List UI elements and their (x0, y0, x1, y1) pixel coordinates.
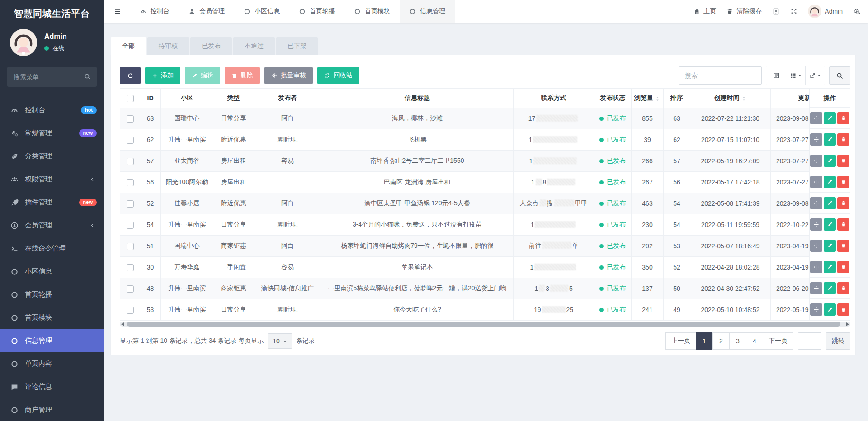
row-checkbox[interactable] (127, 137, 134, 144)
move-row-button[interactable] (810, 261, 822, 273)
delete-row-button[interactable] (837, 133, 849, 146)
move-row-button[interactable] (810, 176, 822, 188)
select-all-checkbox[interactable] (127, 95, 134, 102)
sidebar-item-11[interactable]: 单页内容 (0, 352, 104, 375)
delete-row-button[interactable] (837, 282, 849, 294)
edit-row-button[interactable] (824, 133, 836, 146)
sidebar-item-9[interactable]: 首页模块 (0, 306, 104, 329)
row-checkbox[interactable] (127, 200, 134, 208)
filter-tab-0[interactable]: 全部 (111, 37, 146, 55)
edit-row-button[interactable] (824, 197, 836, 209)
col-sort[interactable]: 排序 (664, 89, 690, 108)
move-row-button[interactable] (810, 218, 822, 231)
col-type[interactable]: 类型 (213, 89, 254, 108)
row-checkbox[interactable] (127, 243, 134, 250)
fullscreen-icon[interactable] (790, 8, 797, 15)
navbar-tab-2[interactable]: 小区信息 (234, 0, 289, 23)
next-page-button[interactable]: 下一页 (763, 332, 793, 350)
edit-row-button[interactable] (824, 303, 836, 316)
col-title[interactable]: 信息标题 (321, 89, 514, 108)
move-row-button[interactable] (810, 303, 822, 316)
batch-audit-button[interactable]: 批量审核 (264, 67, 313, 84)
navbar-tab-4[interactable]: 首页模块 (344, 0, 400, 23)
scroll-left-arrow-icon[interactable] (121, 322, 124, 326)
row-checkbox[interactable] (127, 307, 134, 314)
page-size-select[interactable]: 10 (268, 333, 292, 349)
edit-row-button[interactable] (824, 282, 836, 294)
page-button-2[interactable]: 2 (712, 332, 730, 350)
edit-row-button[interactable] (824, 176, 836, 188)
col-contact[interactable]: 联系方式 (514, 89, 594, 108)
col-id[interactable]: ID (140, 89, 161, 108)
sidebar-item-8[interactable]: 首页轮播 (0, 283, 104, 306)
card-view-icon[interactable] (766, 66, 786, 85)
delete-row-button[interactable] (837, 197, 849, 209)
move-row-button[interactable] (810, 240, 822, 252)
log-icon[interactable] (772, 8, 780, 15)
delete-row-button[interactable] (837, 218, 849, 231)
navbar-tab-1[interactable]: 会员管理 (179, 0, 234, 23)
sidebar-item-3[interactable]: 权限管理 (0, 168, 104, 191)
delete-row-button[interactable] (837, 261, 849, 273)
search-button[interactable] (829, 66, 850, 85)
edit-button[interactable]: 编辑 (185, 67, 220, 84)
page-button-1[interactable]: 1 (696, 332, 713, 350)
sidebar-item-1[interactable]: 常规管理new (0, 122, 104, 145)
row-checkbox[interactable] (127, 285, 134, 293)
sidebar-item-0[interactable]: 控制台hot (0, 99, 104, 122)
row-checkbox[interactable] (127, 264, 134, 271)
sidebar-item-7[interactable]: 小区信息 (0, 260, 104, 283)
delete-row-button[interactable] (837, 240, 849, 252)
page-jump-input[interactable] (798, 332, 821, 350)
sort-icon[interactable] (655, 96, 660, 102)
col-views[interactable]: 浏览量 (632, 89, 664, 108)
page-jump-button[interactable]: 跳转 (826, 332, 850, 350)
move-row-button[interactable] (810, 133, 822, 146)
navbar-tab-3[interactable]: 首页轮播 (289, 0, 344, 23)
table-search-input[interactable] (679, 66, 762, 85)
navbar-user[interactable]: Admin (808, 5, 843, 18)
edit-row-button[interactable] (824, 261, 836, 273)
prev-page-button[interactable]: 上一页 (665, 332, 696, 350)
delete-row-button[interactable] (837, 303, 849, 316)
move-row-button[interactable] (810, 112, 822, 124)
sidebar-item-5[interactable]: 会员管理 (0, 214, 104, 237)
hamburger-icon[interactable] (104, 7, 130, 15)
delete-button[interactable]: 删除 (225, 67, 260, 84)
columns-icon[interactable] (786, 66, 805, 85)
filter-tab-3[interactable]: 不通过 (233, 37, 275, 55)
row-checkbox[interactable] (127, 222, 134, 229)
user-avatar[interactable] (10, 29, 37, 56)
home-link[interactable]: 主页 (693, 7, 716, 15)
sidebar-item-13[interactable]: 商户管理 (0, 398, 104, 421)
delete-row-button[interactable] (837, 112, 849, 124)
horizontal-scrollbar[interactable] (120, 322, 850, 327)
sort-icon[interactable] (741, 96, 747, 102)
filter-tab-1[interactable]: 待审核 (147, 37, 189, 55)
sidebar-item-6[interactable]: 在线命令管理 (0, 237, 104, 260)
edit-row-button[interactable] (824, 240, 836, 252)
page-button-4[interactable]: 4 (746, 332, 763, 350)
navbar-tab-0[interactable]: 控制台 (130, 0, 179, 23)
col-community[interactable]: 小区 (161, 89, 213, 108)
export-icon[interactable] (805, 66, 825, 85)
scrollbar-thumb[interactable] (127, 322, 840, 327)
recycle-button[interactable]: 回收站 (317, 67, 359, 84)
navbar-tab-5[interactable]: 信息管理 (400, 0, 455, 23)
settings-gears-icon[interactable] (853, 8, 861, 15)
edit-row-button[interactable] (824, 218, 836, 231)
edit-row-button[interactable] (824, 112, 836, 124)
row-checkbox[interactable] (127, 158, 134, 165)
filter-tab-4[interactable]: 已下架 (276, 37, 318, 55)
col-created[interactable]: 创建时间 (690, 89, 771, 108)
add-button[interactable]: 添加 (145, 67, 180, 84)
row-checkbox[interactable] (127, 179, 134, 186)
refresh-button[interactable] (120, 67, 141, 84)
delete-row-button[interactable] (837, 155, 849, 167)
col-status[interactable]: 发布状态 (594, 89, 632, 108)
clear-cache-link[interactable]: 清除缓存 (726, 7, 762, 15)
edit-row-button[interactable] (824, 155, 836, 167)
sidebar-item-4[interactable]: 插件管理new (0, 191, 104, 214)
sidebar-item-2[interactable]: 分类管理 (0, 145, 104, 168)
delete-row-button[interactable] (837, 176, 849, 188)
